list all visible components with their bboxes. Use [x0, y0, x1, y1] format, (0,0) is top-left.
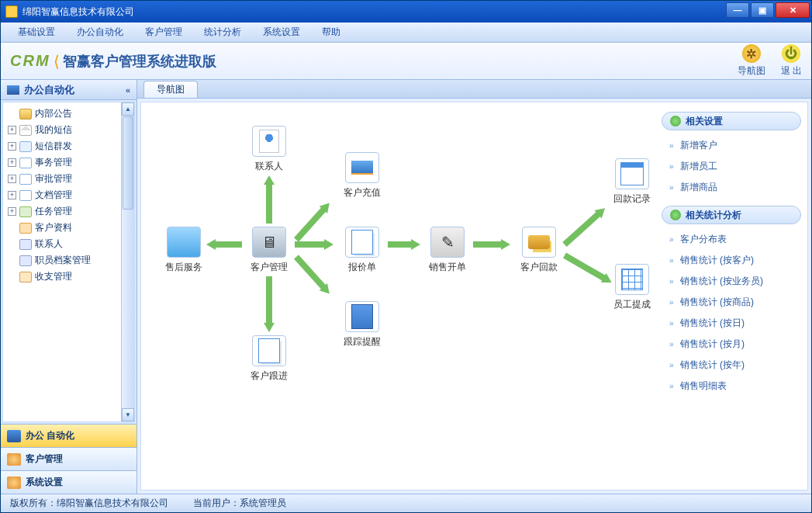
- setting-link[interactable]: »新增客户: [662, 135, 801, 156]
- maximize-button[interactable]: ▣: [751, 2, 774, 18]
- stat-link[interactable]: »销售明细表: [662, 376, 801, 397]
- calendar-icon: [615, 158, 649, 189]
- doc-icon: [19, 190, 32, 201]
- setting-link-label: 新增员工: [680, 160, 717, 173]
- tree-node-label: 收支管理: [35, 270, 72, 283]
- arrow-icon: [473, 239, 510, 250]
- expander-icon[interactable]: +: [8, 126, 16, 134]
- chevron-icon: »: [669, 340, 674, 348]
- node-reminder[interactable]: 跟踪提醒: [335, 301, 389, 348]
- node-followup[interactable]: 客户跟进: [242, 335, 296, 383]
- tree-node[interactable]: +文档管理: [3, 187, 121, 203]
- stat-link[interactable]: »销售统计 (按商品): [662, 292, 801, 313]
- exit-label: 退 出: [781, 64, 802, 78]
- arrow-icon: [292, 199, 333, 244]
- stat-link[interactable]: »销售统计 (按月): [662, 334, 801, 355]
- stat-link-label: 销售明细表: [680, 380, 727, 393]
- expander-icon[interactable]: +: [8, 191, 16, 199]
- current-user-label: 当前用户：系统管理员: [193, 497, 286, 510]
- node-sales[interactable]: ✎ 销售开单: [420, 227, 475, 274]
- tree-node-label: 文档管理: [35, 189, 72, 202]
- menu-system[interactable]: 系统设置: [252, 23, 311, 42]
- node-payment[interactable]: 客户回款: [512, 227, 566, 274]
- stat-link[interactable]: »销售统计 (按年): [662, 355, 801, 376]
- tree-node[interactable]: +审批管理: [3, 171, 121, 187]
- tree-node[interactable]: 收支管理: [3, 269, 121, 285]
- setting-link[interactable]: »新增员工: [662, 156, 801, 177]
- tree-node[interactable]: +我的短信: [3, 122, 121, 138]
- pen-icon: ✎: [430, 227, 465, 258]
- tree-node[interactable]: +事务管理: [3, 154, 121, 171]
- minimize-button[interactable]: —: [726, 2, 749, 18]
- chevron-icon: »: [669, 162, 674, 171]
- sidebar-header-icon: [7, 85, 19, 95]
- chevron-icon: »: [669, 382, 674, 390]
- menu-statistics[interactable]: 统计分析: [193, 23, 252, 42]
- close-button[interactable]: ✕: [776, 2, 810, 18]
- folder-icon: [19, 109, 32, 120]
- related-settings-header: 相关设置: [662, 112, 801, 130]
- stat-link[interactable]: »销售统计 (按客户): [662, 250, 801, 271]
- exit-button[interactable]: ⏻ 退 出: [781, 44, 802, 78]
- tree-node[interactable]: 内部公告: [3, 106, 121, 122]
- collapse-sidebar-icon[interactable]: «: [126, 85, 130, 95]
- stat-link[interactable]: »客户分布表: [662, 229, 801, 250]
- window-title: 绵阳智赢信息技术有限公司: [22, 5, 726, 19]
- expander-icon[interactable]: +: [8, 158, 16, 167]
- chevron-icon: »: [669, 298, 674, 307]
- tree-node[interactable]: 客户资料: [3, 220, 121, 236]
- nav-section-sys[interactable]: 系统设置: [1, 470, 136, 494]
- tree-node[interactable]: 职员档案管理: [3, 252, 121, 269]
- nav-section-cust[interactable]: 客户管理: [1, 447, 136, 470]
- tree-node-label: 联系人: [35, 237, 63, 251]
- arrow-icon: [264, 175, 275, 224]
- tree-node[interactable]: +任务管理: [3, 203, 121, 220]
- tree-scrollbar[interactable]: ▲ ▼: [121, 102, 134, 421]
- scroll-up-button[interactable]: ▲: [122, 102, 134, 116]
- monitor-icon: 🖥: [252, 227, 286, 258]
- chevron-icon: »: [669, 361, 674, 369]
- expander-icon: [8, 256, 16, 265]
- auto-icon: [7, 430, 21, 442]
- menu-office-automation[interactable]: 办公自动化: [66, 23, 134, 42]
- expander-icon[interactable]: +: [8, 207, 16, 216]
- tree-node[interactable]: +短信群发: [3, 138, 121, 154]
- expander-icon: [8, 240, 16, 248]
- setting-link-label: 新增商品: [680, 181, 717, 194]
- menu-base-settings[interactable]: 基础设置: [7, 23, 66, 42]
- stat-link[interactable]: »销售统计 (按日): [662, 313, 801, 334]
- scroll-down-button[interactable]: ▼: [122, 408, 134, 421]
- grid-icon: [615, 264, 649, 295]
- dot-icon: [670, 210, 681, 220]
- chevron-icon: »: [669, 277, 674, 286]
- page-icon: [252, 335, 286, 366]
- gear-icon: ✲: [742, 44, 761, 63]
- menu-help[interactable]: 帮助: [311, 23, 351, 42]
- expander-icon[interactable]: +: [8, 175, 16, 183]
- tab-nav-map[interactable]: 导航图: [143, 81, 198, 98]
- sidebar-header: 办公自动化 «: [1, 80, 136, 100]
- arrow-icon: [292, 253, 333, 297]
- nav-map-button[interactable]: ✲ 导航图: [738, 44, 765, 78]
- tree-node[interactable]: 联系人: [3, 236, 121, 252]
- node-customer-mgmt[interactable]: 🖥 客户管理: [242, 227, 296, 274]
- nav-section-auto[interactable]: 办公 自动化: [1, 424, 136, 447]
- expander-icon[interactable]: +: [8, 142, 16, 151]
- node-pay-record[interactable]: 回款记录: [605, 158, 659, 206]
- right-panel: 相关设置 »新增客户»新增员工»新增商品 相关统计分析 »客户分布表»销售统计 …: [662, 112, 801, 397]
- node-contact[interactable]: 联系人: [242, 126, 296, 173]
- node-emp-commission[interactable]: 员工提成: [605, 264, 659, 311]
- stat-link[interactable]: »销售统计 (按业务员): [662, 271, 801, 292]
- scroll-thumb[interactable]: [123, 116, 133, 210]
- chevron-icon: »: [669, 319, 674, 328]
- stat-link-label: 销售统计 (按年): [680, 359, 745, 372]
- node-quote[interactable]: 报价单: [335, 227, 389, 274]
- menu-customer[interactable]: 客户管理: [134, 23, 193, 42]
- credit-card-icon: [345, 152, 379, 183]
- arrow-icon: [561, 204, 608, 248]
- node-recharge[interactable]: 客户充值: [335, 152, 389, 199]
- node-after-sale[interactable]: 售后服务: [157, 227, 211, 274]
- setting-link[interactable]: »新增商品: [662, 177, 801, 198]
- msg-icon: [19, 141, 32, 152]
- menubar: 基础设置 办公自动化 客户管理 统计分析 系统设置 帮助: [1, 23, 811, 43]
